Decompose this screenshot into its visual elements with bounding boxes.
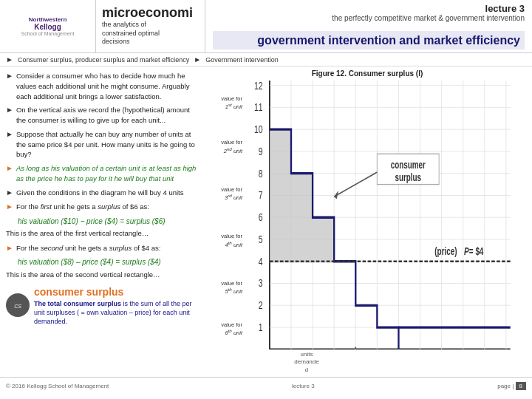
svg-text:4: 4 — [259, 255, 263, 267]
lecture-area: lecture 3 the perfectly competitive mark… — [205, 0, 532, 52]
bullet-2: ► On the vertical axis we record the (hy… — [6, 105, 200, 126]
bullet-5: ► Given the conditions in the diagram he… — [6, 188, 200, 199]
figure-title: Figure 12. Consumer surplus (I) — [207, 69, 528, 78]
kellogg-logo: Kellogg — [34, 23, 61, 31]
course-title-sub: the analytics of constrained optimal dec… — [102, 21, 199, 47]
text-after-formula-2: This is the area of the second vertical … — [6, 270, 200, 280]
logo-sub: School of Management — [21, 31, 75, 36]
bullet-arrow-6: ► — [6, 202, 13, 213]
bullet-3: ► Suppose that actually he can buy any n… — [6, 129, 200, 160]
svg-rect-52 — [291, 174, 313, 263]
value-label-4: value for4th unit — [221, 233, 242, 248]
value-labels: value for1st unit value for2nd unit valu… — [207, 81, 244, 374]
formula-1: his valuation ($10) − price ($4) = surpl… — [18, 216, 200, 228]
bullet-text-4: As long as his valuation of a certain un… — [16, 163, 200, 184]
bullet-text-6: For the first unit he gets a surplus of … — [16, 202, 149, 213]
consumer-surplus-area: CS consumer surplus The total consumer s… — [6, 284, 200, 327]
lecture-topic: the perfectly competitive market & gover… — [213, 14, 525, 22]
svg-text:surplus: surplus — [395, 171, 421, 183]
svg-text:CS: CS — [14, 304, 21, 309]
svg-text:6: 6 — [259, 211, 263, 223]
footer-page: page | 8 — [497, 383, 526, 389]
bullet-text-2: On the vertical axis we record the (hypo… — [16, 105, 200, 126]
chart-svg: 12 11 10 9 8 7 6 5 4 3 2 1 0 1 — [244, 81, 528, 349]
lecture-number: lecture 3 — [213, 3, 525, 14]
bullet-text-7: For the second unit he gets a surplus of… — [16, 243, 160, 254]
page-number-badge: 8 — [516, 382, 526, 390]
bullet-4-green: ► As long as his valuation of a certain … — [6, 163, 200, 184]
svg-text:= $4: = $4 — [469, 246, 484, 258]
bullet-arrow-4: ► — [6, 163, 13, 184]
bullet-arrow-2: ► — [6, 105, 13, 126]
course-title-area: microeconomi the analytics of constraine… — [96, 0, 205, 52]
units-demanded-label: unitsdemanded — [288, 351, 325, 374]
nav-item-1[interactable]: Consumer surplus, producer surplus and m… — [18, 56, 189, 64]
svg-text:5: 5 — [259, 233, 263, 245]
nav-arrow-1: ► — [6, 55, 13, 64]
bullet-text-5: Given the conditions in the diagram he w… — [16, 188, 184, 199]
nav-arrow-2: ► — [194, 55, 201, 64]
right-panel: Figure 12. Consumer surplus (I) value fo… — [205, 66, 532, 377]
svg-text:10: 10 — [254, 123, 263, 135]
bullet-arrow-7: ► — [6, 243, 13, 254]
svg-text:8: 8 — [259, 167, 263, 180]
logo-area: Northwestern Kellogg School of Managemen… — [0, 0, 96, 52]
svg-text:3: 3 — [259, 277, 263, 290]
svg-rect-51 — [270, 129, 291, 262]
bullet-text-3: Suppose that actually he can buy any num… — [16, 129, 200, 160]
value-label-2: value for2nd unit — [221, 139, 242, 154]
value-label-1: value for1st unit — [221, 95, 242, 111]
value-label-3: value for3rd unit — [221, 186, 242, 202]
formula-2: his valuation ($8) – price ($4) = surplu… — [18, 257, 200, 268]
svg-text:12: 12 — [254, 81, 263, 92]
svg-text:(price): (price) — [434, 246, 457, 258]
bullet-1: ► Consider a consumer who has to decide … — [6, 71, 200, 101]
header: Northwestern Kellogg School of Managemen… — [0, 0, 532, 53]
course-title-main: microeconomi — [102, 6, 199, 19]
footer-copyright: © 2016 Kellogg School of Management — [6, 383, 109, 389]
svg-text:2: 2 — [259, 299, 263, 311]
nav-item-2[interactable]: Government intervention — [205, 56, 279, 64]
bullet-arrow-3: ► — [6, 129, 13, 160]
text-after-formula-1: This is the area of the first vertical r… — [6, 228, 200, 239]
cs-def-bold: The total consumer surplus — [34, 300, 121, 307]
footer-lecture: lecture 3 — [292, 383, 315, 389]
svg-text:9: 9 — [259, 145, 263, 157]
svg-rect-53 — [313, 217, 334, 262]
bullet-7: ► For the second unit he gets a surplus … — [6, 243, 200, 254]
bullet-6: ► For the first unit he gets a surplus o… — [6, 202, 200, 213]
lecture-title: government intervention and market effic… — [213, 31, 525, 50]
northwestern-logo: Northwestern — [29, 16, 67, 24]
main-content: ► Consider a consumer who has to decide … — [0, 66, 532, 377]
footer: © 2016 Kellogg School of Management lect… — [0, 377, 532, 395]
bullet-text-1: Consider a consumer who has to decide ho… — [16, 71, 200, 101]
svg-text:11: 11 — [254, 100, 263, 113]
consumer-surplus-definition: The total consumer surplus is the sum of… — [34, 299, 200, 326]
left-panel: ► Consider a consumer who has to decide … — [0, 66, 205, 377]
units-demanded-area: unitsdemanded — [288, 351, 528, 374]
consumer-surplus-label: consumer surplus — [34, 284, 200, 299]
consumer-surplus-circle: CS — [6, 293, 30, 317]
chart-plot-area: 12 11 10 9 8 7 6 5 4 3 2 1 0 1 — [244, 81, 528, 349]
svg-text:consumer: consumer — [391, 159, 426, 171]
bullet-arrow-5: ► — [6, 188, 13, 199]
svg-text:7: 7 — [259, 189, 263, 202]
value-label-5: value for5th unit — [221, 280, 242, 296]
navigation: ► Consumer surplus, producer surplus and… — [0, 53, 532, 66]
value-label-6: value for6th unit — [221, 321, 242, 337]
svg-text:1: 1 — [259, 321, 263, 333]
bullet-arrow-1: ► — [6, 71, 13, 101]
